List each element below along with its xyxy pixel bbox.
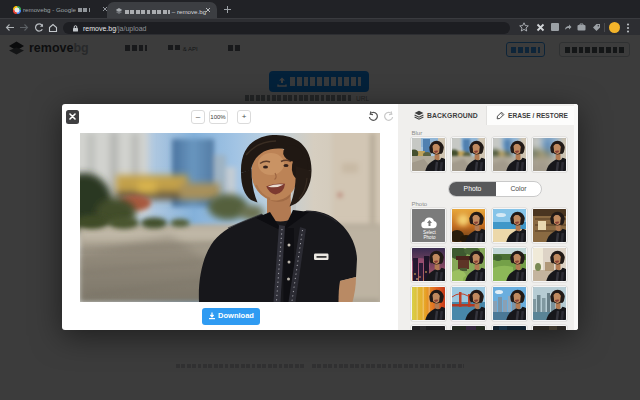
svg-text:Photo: Photo	[423, 235, 435, 240]
